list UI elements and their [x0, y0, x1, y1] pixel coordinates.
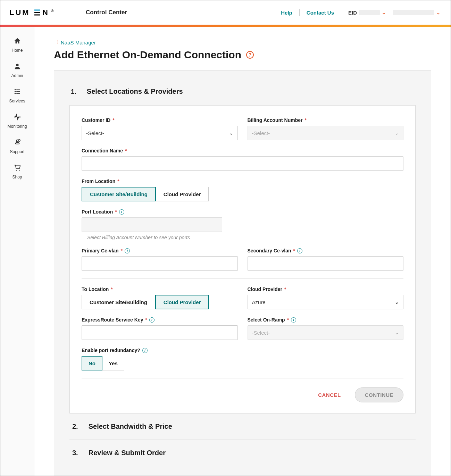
account-selector[interactable]: ⌄ [393, 10, 440, 15]
to-customer-site-button[interactable]: Customer Site/Building [82, 295, 155, 309]
chevron-down-icon: ⌄ [229, 130, 233, 136]
from-cloud-provider-button[interactable]: Cloud Provider [156, 187, 209, 201]
chevron-down-icon: ⌄ [395, 330, 399, 335]
help-link[interactable]: Help [281, 10, 292, 16]
express-route-label: ExpressRoute Service Key* i [82, 317, 238, 323]
gear-user-icon [14, 139, 21, 147]
chevron-down-icon: ⌄ [395, 299, 399, 305]
from-location-label: From Location* [82, 178, 403, 184]
breadcrumb-link[interactable]: NaaS Manager [61, 40, 96, 45]
customer-id-select[interactable]: -Select- ⌄ [82, 126, 238, 140]
step-title: Select Locations & Providers [87, 87, 183, 95]
svg-point-11 [14, 93, 16, 94]
page-title-text: Add Ethernet On-Demand Connection [54, 49, 241, 61]
chevron-left-icon: 〈 [54, 39, 59, 45]
info-icon[interactable]: i [142, 348, 148, 353]
info-icon[interactable]: i [297, 248, 302, 253]
primary-cevlan-label: Primary Ce-vlan* i [82, 248, 238, 253]
port-location-label: Port Location* i [82, 209, 222, 215]
select-value: Azure [252, 299, 266, 305]
form-panel: 1. Select Locations & Providers Customer… [54, 70, 431, 476]
brand-logo: LUM N ® [9, 9, 58, 16]
svg-rect-10 [16, 91, 20, 92]
eid-label: EID [348, 10, 357, 16]
divider [299, 9, 300, 16]
to-location-toggle: Customer Site/Building Cloud Provider [82, 295, 238, 309]
svg-text:LUM: LUM [9, 9, 30, 16]
svg-text:®: ® [51, 9, 55, 13]
top-header: LUM N ® Control Center Help Contact Us E… [0, 0, 451, 25]
redacted-text [359, 10, 380, 15]
port-location-hint: Select Billing Account Number to see you… [82, 235, 222, 240]
redundancy-yes-button[interactable]: Yes [102, 356, 124, 370]
main-content: 〈 NaaS Manager Add Ethernet On-Demand Co… [34, 27, 451, 476]
step-2-header[interactable]: 2. Select Bandwidth & Price [69, 413, 416, 440]
eid-selector[interactable]: EID ⌄ [348, 10, 386, 16]
ban-select[interactable]: -Select- ⌄ [248, 126, 404, 140]
contact-link[interactable]: Contact Us [307, 10, 334, 16]
breadcrumb: 〈 NaaS Manager [54, 39, 431, 45]
sidebar-item-label: Admin [11, 73, 23, 78]
cloud-provider-label: Cloud Provider* [248, 286, 404, 292]
sidebar-item-label: Support [10, 149, 24, 154]
select-value: -Select- [252, 330, 270, 336]
customer-id-label: Customer ID* [82, 117, 238, 123]
cloud-provider-select[interactable]: Azure ⌄ [248, 295, 404, 309]
step-3-header[interactable]: 3. Review & Submit Order [69, 440, 416, 466]
list-icon [14, 88, 21, 97]
divider [341, 9, 341, 16]
cancel-button[interactable]: CANCEL [318, 392, 341, 398]
sidebar-item-support[interactable]: Support [0, 134, 34, 159]
form-actions: CANCEL CONTINUE [82, 378, 403, 402]
info-icon[interactable]: i [291, 317, 296, 323]
secondary-cevlan-input[interactable] [248, 256, 404, 271]
sidebar-item-admin[interactable]: Admin [0, 58, 34, 83]
express-route-input[interactable] [82, 325, 238, 340]
sidebar: Home Admin Services Monitoring Support S… [0, 27, 34, 476]
connection-name-label: Connection Name* [82, 148, 403, 153]
sidebar-item-shop[interactable]: Shop [0, 159, 34, 184]
activity-icon [14, 113, 21, 122]
sidebar-item-label: Monitoring [7, 124, 27, 129]
sidebar-item-home[interactable]: Home [0, 32, 34, 58]
svg-rect-8 [16, 90, 20, 90]
connection-name-input[interactable] [82, 156, 403, 171]
secondary-cevlan-label: Secondary Ce-vlan* i [248, 248, 404, 253]
sidebar-item-label: Services [9, 99, 25, 103]
sidebar-item-services[interactable]: Services [0, 83, 34, 108]
continue-button[interactable]: CONTINUE [355, 387, 403, 402]
help-icon[interactable]: ? [246, 51, 254, 59]
svg-point-6 [16, 64, 18, 66]
primary-cevlan-input[interactable] [82, 256, 238, 271]
sidebar-item-label: Shop [12, 175, 22, 179]
step-number: 1. [71, 88, 76, 95]
home-icon [14, 37, 21, 46]
sidebar-item-label: Home [11, 48, 23, 53]
info-icon[interactable]: i [125, 248, 130, 253]
redundancy-label: Enable port redundancy? i [82, 348, 403, 353]
to-cloud-provider-button[interactable]: Cloud Provider [155, 295, 209, 309]
from-customer-site-button[interactable]: Customer Site/Building [82, 187, 156, 201]
on-ramp-label: Select On-Ramp* i [248, 317, 404, 323]
svg-point-14 [18, 140, 20, 142]
section-divider [82, 278, 403, 279]
svg-text:N: N [42, 9, 49, 16]
svg-point-9 [14, 91, 16, 92]
from-location-toggle: Customer Site/Building Cloud Provider [82, 187, 403, 201]
redundancy-toggle: No Yes [82, 356, 403, 370]
redacted-text [393, 10, 434, 15]
chevron-down-icon: ⌄ [436, 10, 440, 15]
svg-point-7 [14, 89, 16, 91]
redundancy-no-button[interactable]: No [82, 356, 102, 370]
svg-rect-12 [16, 93, 20, 94]
app-title: Control Center [86, 9, 127, 16]
on-ramp-select[interactable]: -Select- ⌄ [248, 325, 404, 340]
port-location-select[interactable] [82, 217, 222, 232]
step-title: Select Bandwidth & Price [89, 423, 172, 431]
page-title: Add Ethernet On-Demand Connection ? [54, 49, 431, 61]
svg-point-15 [16, 170, 17, 171]
info-icon[interactable]: i [149, 317, 154, 323]
svg-point-13 [16, 140, 18, 142]
info-icon[interactable]: i [119, 209, 124, 215]
sidebar-item-monitoring[interactable]: Monitoring [0, 108, 34, 134]
